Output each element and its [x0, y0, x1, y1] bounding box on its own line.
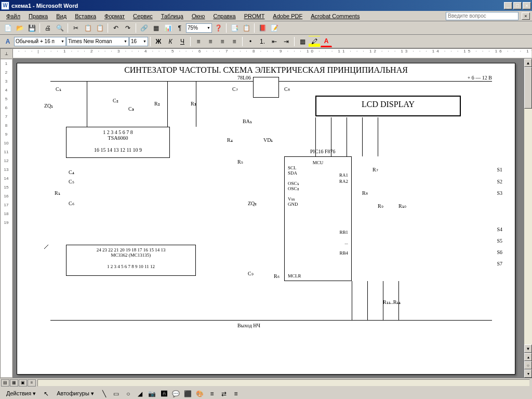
- c9-label: C₉: [248, 271, 254, 276]
- menu-help[interactable]: Справка: [209, 12, 240, 20]
- arrow-style-icon[interactable]: ≡: [230, 388, 242, 400]
- highlight-icon[interactable]: 🖍: [309, 36, 320, 47]
- menu-window[interactable]: Окно: [188, 12, 209, 20]
- next-page-icon[interactable]: ▾: [524, 369, 532, 378]
- draw-autoshapes[interactable]: Автофигуры ▾: [52, 389, 98, 398]
- numbering-icon[interactable]: 1.: [257, 36, 268, 47]
- pic-label: PIC16 F876: [310, 149, 336, 154]
- ruler-corner[interactable]: ⊥: [0, 48, 12, 59]
- c4-label: C₄: [69, 169, 74, 175]
- align-left-icon[interactable]: ≡: [193, 36, 204, 47]
- horizontal-ruler[interactable]: · · · | · · · 1 · · · 2 · · · 3 · · · 4 …: [12, 48, 532, 58]
- normal-view-icon[interactable]: ▤: [1, 379, 9, 387]
- web-view-icon[interactable]: ▦: [10, 379, 18, 387]
- lcd-display: LCD DISPLAY: [315, 96, 461, 116]
- document-scroll[interactable]: СИНТЕЗАТОР ЧАСТОТЫ. СХЕМА ЭЛЕКТРИЧЕСКАЯ …: [12, 59, 524, 378]
- extra-icon-1[interactable]: 📑: [229, 22, 240, 34]
- copy-icon[interactable]: 📋: [82, 22, 94, 34]
- insert-pic-icon[interactable]: 📷: [147, 388, 158, 400]
- r9-label: R₉: [378, 203, 383, 209]
- scroll-down-icon[interactable]: ▼: [524, 344, 532, 353]
- select-icon[interactable]: ↖: [41, 388, 52, 400]
- vertical-scrollbar[interactable]: ▲ ▼ ▴ ○ ▾: [524, 59, 532, 378]
- scroll-up-icon[interactable]: ▲: [524, 59, 532, 67]
- border-icon[interactable]: ▦: [297, 36, 308, 47]
- draw-actions[interactable]: Действия ▾: [2, 389, 40, 398]
- r7-label: R₇: [373, 167, 378, 172]
- rectangle-icon[interactable]: ▭: [111, 388, 122, 400]
- outdent-icon[interactable]: ⇤: [269, 36, 280, 47]
- font-color-icon[interactable]: A: [321, 36, 332, 47]
- browse-object-icon[interactable]: ○: [524, 361, 532, 369]
- menu-promt[interactable]: PROMT: [240, 12, 269, 20]
- paste-icon[interactable]: 📋: [94, 22, 105, 34]
- titlebar: W схема1 - Microsoft Word _ □ ×: [0, 0, 532, 11]
- bullets-icon[interactable]: •: [245, 36, 256, 47]
- align-justify-icon[interactable]: ≡: [229, 36, 240, 47]
- italic-button[interactable]: К: [165, 36, 176, 47]
- bold-button[interactable]: Ж: [153, 36, 164, 47]
- open-icon[interactable]: 📂: [14, 22, 25, 34]
- menu-edit[interactable]: Правка: [24, 12, 52, 20]
- zoom-combo[interactable]: 75%▼: [186, 23, 212, 33]
- redo-icon[interactable]: ↷: [122, 22, 134, 34]
- callout-icon[interactable]: 💬: [170, 388, 182, 400]
- link-icon[interactable]: 🔗: [138, 22, 150, 34]
- textbox-icon[interactable]: 🅰: [158, 388, 170, 400]
- preview-icon[interactable]: 🔍: [54, 22, 65, 34]
- styles-icon[interactable]: A: [2, 36, 14, 47]
- ask-question-input[interactable]: [446, 12, 518, 20]
- oval-icon[interactable]: ○: [123, 388, 134, 400]
- line-style-icon[interactable]: ≡: [206, 388, 218, 400]
- vertical-ruler[interactable]: 12345678910111213141516171819: [0, 59, 12, 378]
- doc-close-button[interactable]: ×: [522, 12, 530, 20]
- font-combo[interactable]: Times New Roman▼: [66, 37, 129, 46]
- menubar: Файл Правка Вид Вставка Формат Сервис Та…: [0, 11, 532, 21]
- line-icon[interactable]: ╲: [99, 388, 110, 400]
- schematic-drawing: СИНТЕЗАТОР ЧАСТОТЫ. СХЕМА ЭЛЕКТРИЧЕСКАЯ …: [19, 65, 513, 372]
- outline-view-icon[interactable]: ≡: [28, 379, 36, 387]
- menu-tools[interactable]: Сервис: [129, 12, 157, 20]
- page[interactable]: СИНТЕЗАТОР ЧАСТОТЫ. СХЕМА ЭЛЕКТРИЧЕСКАЯ …: [17, 63, 515, 375]
- menu-insert[interactable]: Вставка: [71, 12, 100, 20]
- pdf-icon[interactable]: 📕: [257, 22, 268, 34]
- pdf-review-icon[interactable]: 📝: [269, 22, 280, 34]
- menu-adobepdf[interactable]: Adobe PDF: [269, 12, 307, 20]
- close-button[interactable]: ×: [523, 2, 531, 9]
- size-combo[interactable]: 16▼: [129, 37, 148, 46]
- menu-table[interactable]: Таблица: [157, 12, 188, 20]
- print-icon[interactable]: 🖨: [42, 22, 54, 34]
- maximize-button[interactable]: □: [513, 2, 522, 9]
- menu-format[interactable]: Формат: [100, 12, 129, 20]
- prev-page-icon[interactable]: ▴: [524, 353, 532, 361]
- line-color-icon[interactable]: 🎨: [194, 388, 206, 400]
- chart-icon[interactable]: 📊: [162, 22, 174, 34]
- r5-label: R₅: [237, 159, 243, 165]
- align-right-icon[interactable]: ≡: [217, 36, 228, 47]
- menu-acrobat[interactable]: Acrobat Comments: [307, 12, 364, 20]
- save-icon[interactable]: 💾: [26, 22, 37, 34]
- indent-icon[interactable]: ⇥: [281, 36, 292, 47]
- fill-color-icon[interactable]: ⬛: [182, 388, 194, 400]
- new-doc-icon[interactable]: 📄: [2, 22, 14, 34]
- undo-icon[interactable]: ↶: [110, 22, 122, 34]
- extra-icon-2[interactable]: 📋: [241, 22, 252, 34]
- standard-toolbar: 📄 📂 💾 🖨 🔍 ✂ 📋 📋 ↶ ↷ 🔗 ▦ 📊 ¶ 75%▼ ❓ 📑 📋 📕…: [0, 21, 532, 35]
- style-combo[interactable]: Обычный + 16 п▼: [14, 37, 66, 46]
- horizontal-scrollbar[interactable]: [37, 379, 530, 387]
- scroll-thumb[interactable]: [524, 67, 532, 109]
- menu-view[interactable]: Вид: [52, 12, 71, 20]
- underline-button[interactable]: Ч: [177, 36, 188, 47]
- print-view-icon[interactable]: ▣: [19, 379, 27, 387]
- dash-style-icon[interactable]: ⇄: [218, 388, 230, 400]
- c5-label: C₅: [69, 179, 74, 184]
- table-icon[interactable]: ▦: [150, 22, 162, 34]
- ba1-label: BA₁: [243, 118, 252, 124]
- cut-icon[interactable]: ✂: [70, 22, 82, 34]
- minimize-button[interactable]: _: [504, 2, 512, 9]
- paragraph-icon[interactable]: ¶: [174, 22, 185, 34]
- wordart-icon[interactable]: ◢: [135, 388, 146, 400]
- help-icon[interactable]: ❓: [212, 22, 224, 34]
- menu-file[interactable]: Файл: [2, 12, 24, 20]
- align-center-icon[interactable]: ≡: [205, 36, 216, 47]
